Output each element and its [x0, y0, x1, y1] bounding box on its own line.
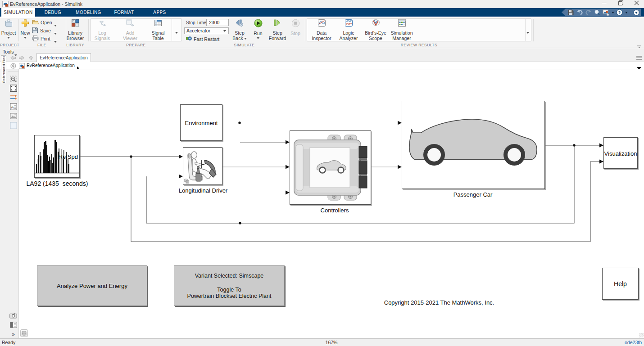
simulation-manager-button[interactable]: Simulation Manager: [389, 19, 414, 41]
save-icon: [32, 27, 38, 34]
longitudinal-driver-block[interactable]: [183, 147, 222, 185]
toolstrip-tabs: SIMULATIONDEBUGMODELINGFORMATAPPS: [0, 8, 644, 17]
variant-toggle-button[interactable]: Variant Selected: Simscape Toggle To Pow…: [174, 265, 285, 306]
database-icon: [22, 331, 27, 336]
palette-divider: [8, 71, 18, 72]
tab-format[interactable]: FORMAT: [106, 8, 142, 17]
tab-simulation[interactable]: SIMULATION: [1, 8, 35, 18]
model-canvas[interactable]: RefSpd LA92 (1435 seconds) Environment: [19, 69, 644, 338]
open-caret[interactable]: [54, 21, 57, 29]
birdseye-scope-button[interactable]: Bird's-Eye Scope: [363, 19, 388, 41]
data-inspector-button[interactable]: Data Inspector: [309, 19, 334, 41]
nav-forward-icon[interactable]: [18, 54, 25, 63]
help-label: Help: [603, 280, 638, 288]
image-icon[interactable]: [9, 112, 17, 120]
breadcrumb-model-name[interactable]: EvReferenceApplication: [27, 63, 75, 68]
visualization-label: Visualization: [603, 150, 639, 157]
qat-screenshot-caret[interactable]: [610, 9, 615, 16]
minimize-button[interactable]: [596, 0, 612, 8]
save-button[interactable]: Save: [32, 27, 53, 34]
annotation-icon[interactable]: A: [9, 103, 17, 110]
environment-block[interactable]: Environment: [180, 104, 222, 141]
signal-table-label: Signal Table: [148, 30, 168, 41]
model-browser-toggle-icon[interactable]: [9, 321, 17, 328]
open-button[interactable]: Open: [32, 19, 54, 26]
project-icon: [5, 19, 13, 29]
document-tab[interactable]: EvReferenceApplication: [36, 53, 91, 62]
qat-help-icon[interactable]: ?: [615, 9, 624, 16]
help-block[interactable]: Help: [602, 268, 639, 300]
new-label: New: [20, 30, 30, 36]
qat-help-caret[interactable]: [624, 9, 629, 16]
longitudinal-driver-label: Longitudinal Driver: [169, 187, 237, 194]
fit-to-view-icon[interactable]: [9, 84, 17, 92]
gallery-separator: [525, 19, 526, 41]
screenshot-camera-icon[interactable]: [9, 312, 17, 319]
group-separator: [88, 19, 89, 41]
print-button[interactable]: Print: [32, 35, 52, 42]
data-browser-button[interactable]: [20, 329, 28, 337]
stop-icon: [291, 19, 300, 29]
simulation-mode-value: Accelerator: [186, 28, 210, 33]
nav-up-icon[interactable]: [28, 54, 34, 63]
expand-palette-icon[interactable]: »: [9, 330, 17, 338]
stop-time-input[interactable]: 2300: [206, 19, 229, 26]
solver-name[interactable]: ode23tb: [625, 340, 642, 345]
maximize-button[interactable]: [613, 0, 628, 8]
tab-apps[interactable]: APPS: [142, 8, 177, 17]
run-label: Run: [254, 31, 262, 36]
birdseye-scope-label: Bird's-Eye Scope: [363, 30, 388, 41]
referenced-files-label: Referenced Files: [2, 56, 6, 83]
library-browser-icon: [71, 19, 79, 29]
signal-table-button[interactable]: Signal Table: [145, 19, 171, 41]
statusbar: Ready 167% ode23tb: [0, 338, 644, 346]
passenger-car-block[interactable]: [402, 101, 545, 189]
logic-analyzer-button[interactable]: Logic Analyzer: [336, 19, 361, 41]
project-group-label: PROJECT: [0, 43, 19, 48]
zoom-region-icon[interactable]: [9, 75, 17, 83]
tools-label[interactable]: Tools: [3, 49, 14, 54]
library-browser-button[interactable]: Library Browser: [63, 19, 88, 41]
review-gallery-caret[interactable]: [526, 28, 529, 36]
tab-modeling[interactable]: MODELING: [71, 8, 106, 17]
nav-back-icon[interactable]: [10, 54, 16, 63]
simulate-group-label: SIMULATE: [184, 43, 305, 48]
open-label: Open: [41, 20, 52, 25]
qat-search-icon[interactable]: [593, 9, 602, 16]
close-button[interactable]: [629, 0, 644, 8]
passenger-car-label: Passenger Car: [439, 191, 507, 198]
prepare-gallery-caret[interactable]: [175, 28, 178, 36]
svg-text:A: A: [11, 104, 14, 109]
log-signals-button[interactable]: Log Signals: [90, 19, 115, 41]
quick-access-toolbar: ?: [562, 9, 641, 16]
qat-screenshot-icon[interactable]: [602, 9, 611, 16]
controllers-block[interactable]: [290, 130, 371, 205]
save-label: Save: [40, 28, 51, 33]
group-separator: [305, 19, 305, 41]
variant-line1: Variant Selected: Simscape: [195, 273, 264, 279]
docbar-menu-icon[interactable]: [636, 54, 642, 62]
environment-label: Environment: [181, 120, 222, 126]
qat-minimize-ribbon-icon[interactable]: [632, 9, 641, 16]
save-caret[interactable]: [54, 29, 57, 37]
la92-port-label: RefSpd: [56, 153, 78, 160]
signal-lines-icon[interactable]: [9, 93, 17, 101]
qat-undo-icon[interactable]: [575, 9, 584, 16]
area-icon[interactable]: [9, 121, 17, 129]
library-browser-label: Library Browser: [64, 30, 86, 41]
new-caret: [24, 37, 27, 39]
fast-restart-button[interactable]: Fast Restart: [186, 36, 221, 42]
referenced-files-tab[interactable]: Referenced Files: [1, 55, 6, 83]
run-icon: [254, 19, 263, 29]
controllers-label: Controllers: [308, 207, 362, 214]
analyze-power-button[interactable]: Analyze Power and Energy: [37, 265, 147, 306]
simulation-mode-select[interactable]: Accelerator: [184, 27, 229, 34]
stop-button[interactable]: Stop: [283, 19, 308, 36]
visualization-block[interactable]: Visualization: [603, 137, 638, 169]
tab-debug[interactable]: DEBUG: [35, 8, 71, 17]
qat-save-icon[interactable]: [567, 9, 576, 16]
qat-redo-icon[interactable]: [584, 9, 593, 16]
fast-restart-label: Fast Restart: [194, 36, 219, 42]
add-viewer-button[interactable]: Add Viewer: [118, 19, 143, 41]
titlebar: EvReferenceApplication - Simulink: [0, 0, 644, 8]
